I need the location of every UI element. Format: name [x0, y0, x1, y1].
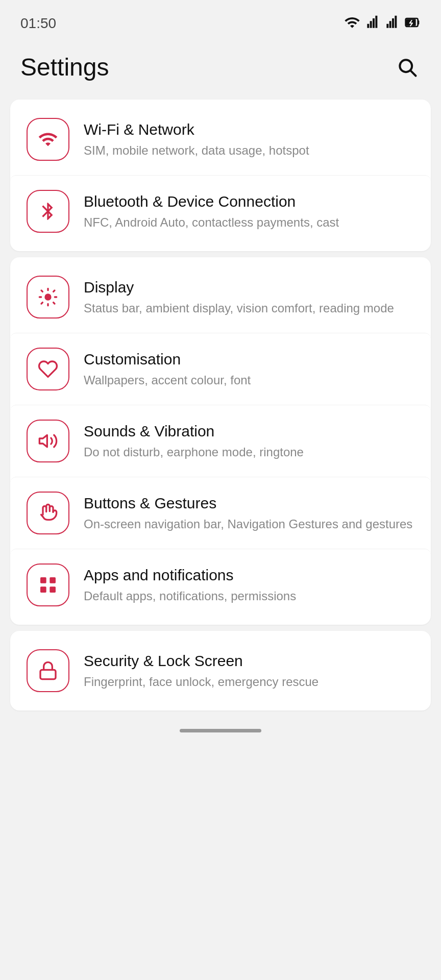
settings-item-apps[interactable]: Apps and notificationsDefault apps, noti…: [10, 549, 431, 621]
signal-icon-1: [365, 14, 380, 33]
page-title: Settings: [20, 53, 109, 81]
settings-item-sounds[interactable]: Sounds & VibrationDo not disturb, earpho…: [10, 405, 431, 477]
sounds-icon: [27, 420, 69, 462]
settings-item-bluetooth[interactable]: Bluetooth & Device ConnectionNFC, Androi…: [10, 175, 431, 247]
svg-rect-6: [40, 577, 46, 583]
security-icon: [27, 649, 69, 692]
settings-item-security[interactable]: Security & Lock ScreenFingerprint, face …: [10, 635, 431, 706]
security-subtitle: Fingerprint, face unlock, emergency resc…: [84, 674, 414, 690]
security-title: Security & Lock Screen: [84, 651, 414, 671]
wifi-subtitle: SIM, mobile network, data usage, hotspot: [84, 142, 414, 159]
settings-item-display[interactable]: DisplayStatus bar, ambient display, visi…: [10, 261, 431, 333]
svg-line-3: [410, 70, 415, 76]
customisation-text: CustomisationWallpapers, accent colour, …: [84, 349, 414, 388]
apps-icon: [27, 564, 69, 606]
status-icons: [344, 14, 421, 33]
customisation-subtitle: Wallpapers, accent colour, font: [84, 372, 414, 388]
settings-list: Wi-Fi & NetworkSIM, mobile network, data…: [0, 100, 441, 710]
security-text: Security & Lock ScreenFingerprint, face …: [84, 651, 414, 690]
gestures-icon: [27, 492, 69, 534]
svg-rect-9: [50, 586, 56, 593]
wifi-title: Wi-Fi & Network: [84, 119, 414, 139]
settings-item-wifi[interactable]: Wi-Fi & NetworkSIM, mobile network, data…: [10, 104, 431, 175]
bluetooth-title: Bluetooth & Device Connection: [84, 191, 414, 211]
svg-marker-5: [39, 435, 47, 447]
header: Settings: [0, 41, 441, 93]
settings-group-connectivity: Wi-Fi & NetworkSIM, mobile network, data…: [10, 100, 431, 251]
settings-item-buttons[interactable]: Buttons & GesturesOn-screen navigation b…: [10, 477, 431, 549]
customisation-icon: [27, 348, 69, 390]
svg-rect-10: [40, 670, 56, 679]
status-bar: 01:50: [0, 0, 441, 41]
display-subtitle: Status bar, ambient display, vision comf…: [84, 300, 414, 316]
sounds-text: Sounds & VibrationDo not disturb, earpho…: [84, 421, 414, 460]
display-icon: [27, 276, 69, 318]
sounds-title: Sounds & Vibration: [84, 421, 414, 441]
wifi-icon: [27, 118, 69, 161]
buttons-subtitle: On-screen navigation bar, Navigation Ges…: [84, 516, 414, 532]
wifi-text: Wi-Fi & NetworkSIM, mobile network, data…: [84, 119, 414, 159]
signal-icon-2: [385, 14, 399, 33]
svg-rect-8: [40, 586, 46, 593]
customisation-title: Customisation: [84, 349, 414, 369]
display-title: Display: [84, 277, 414, 297]
sounds-subtitle: Do not disturb, earphone mode, ringtone: [84, 444, 414, 460]
battery-icon: [404, 14, 421, 33]
svg-point-4: [44, 293, 51, 300]
bottom-bar: [0, 717, 441, 749]
settings-item-customisation[interactable]: CustomisationWallpapers, accent colour, …: [10, 333, 431, 405]
bluetooth-text: Bluetooth & Device ConnectionNFC, Androi…: [84, 191, 414, 231]
buttons-text: Buttons & GesturesOn-screen navigation b…: [84, 493, 414, 532]
svg-rect-7: [50, 577, 56, 583]
apps-text: Apps and notificationsDefault apps, noti…: [84, 565, 414, 604]
wifi-status-icon: [344, 14, 360, 33]
buttons-title: Buttons & Gestures: [84, 493, 414, 513]
bottom-nav-indicator: [180, 729, 261, 732]
search-button[interactable]: [394, 54, 421, 81]
status-time: 01:50: [20, 15, 56, 32]
settings-group-personalization: DisplayStatus bar, ambient display, visi…: [10, 257, 431, 625]
bluetooth-icon: [27, 190, 69, 233]
apps-subtitle: Default apps, notifications, permissions: [84, 588, 414, 604]
apps-title: Apps and notifications: [84, 565, 414, 585]
bluetooth-subtitle: NFC, Android Auto, contactless payments,…: [84, 214, 414, 231]
settings-group-security-group: Security & Lock ScreenFingerprint, face …: [10, 631, 431, 710]
display-text: DisplayStatus bar, ambient display, visi…: [84, 277, 414, 316]
